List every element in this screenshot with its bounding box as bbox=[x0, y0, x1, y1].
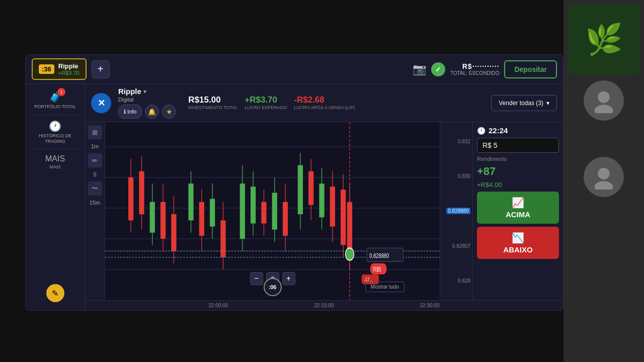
time-label-3: 22:30:00 bbox=[420, 303, 440, 308]
timeframe-5[interactable]: 5 bbox=[92, 170, 97, 178]
rendimento-profit: +R$4.00 bbox=[477, 181, 559, 189]
right-sidebar: 🌿 bbox=[564, 0, 644, 362]
svg-rect-30 bbox=[240, 184, 245, 239]
avatar-2 bbox=[584, 157, 624, 197]
right-trade-panel: 🕐 22:24 R$ 5 Rendimento +87 +R$4.00 📈 AC… bbox=[472, 122, 563, 300]
svg-rect-36 bbox=[272, 193, 277, 229]
time-value: 22:24 bbox=[489, 126, 508, 135]
sidebar-item-history[interactable]: 🕐 HISTÓRICO DE TRADING bbox=[26, 117, 85, 147]
svg-point-0 bbox=[598, 92, 609, 103]
add-tab-button[interactable]: + bbox=[92, 60, 110, 78]
sidebar-item-more[interactable]: MAIS MAIS bbox=[26, 151, 85, 172]
verified-badge: ✓ bbox=[431, 62, 445, 76]
sale-profit-label: LUCRO APÓS A VENDA (L/P) bbox=[294, 105, 355, 111]
svg-rect-16 bbox=[150, 202, 155, 233]
asset-logo: ✕ bbox=[91, 93, 111, 113]
time-label-1: 22:00:00 bbox=[209, 303, 228, 308]
asset-name: Ripple bbox=[118, 87, 141, 96]
more-label: MAIS bbox=[49, 164, 60, 169]
svg-text:R$5: R$5 bbox=[373, 265, 381, 273]
price-level-1: 0.832 bbox=[458, 139, 470, 144]
main-panel: :36 Ripple +R$3.70 + 📷 ✓ R$··········· T… bbox=[25, 54, 564, 311]
investment-value: R$15.00 bbox=[188, 95, 237, 105]
svg-rect-24 bbox=[199, 202, 204, 236]
svg-rect-32 bbox=[251, 187, 256, 223]
acima-icon: 📈 bbox=[512, 197, 524, 209]
svg-rect-40 bbox=[298, 165, 303, 214]
price-level-current: 0.828880 bbox=[446, 208, 470, 214]
stat-investment: R$15.00 INVESTIMENTO TOTAL bbox=[188, 95, 237, 111]
bell-button[interactable]: 🔔 bbox=[145, 105, 159, 119]
svg-rect-34 bbox=[261, 202, 266, 224]
chart-trade-area: ✕ Ripple ▾ Digital ℹ Info 🔔 ★ bbox=[85, 84, 563, 310]
plant-decoration: 🌿 bbox=[569, 4, 639, 74]
history-icon: 🕐 bbox=[49, 120, 61, 132]
info-button[interactable]: ℹ Info bbox=[118, 105, 142, 119]
timeframe-1m[interactable]: 1m bbox=[90, 142, 100, 150]
svg-rect-20 bbox=[171, 214, 176, 251]
rendimento-label: Rendimento bbox=[477, 156, 559, 162]
star-button[interactable]: ★ bbox=[162, 105, 176, 119]
header-bar: :36 Ripple +R$3.70 + 📷 ✓ R$··········· T… bbox=[26, 55, 563, 84]
price-levels: 0.832 0.830 0.828880 0.82807 0.828 bbox=[440, 122, 472, 300]
asset-info-bar: ✕ Ripple ▾ Digital ℹ Info 🔔 ★ bbox=[85, 84, 563, 122]
svg-text:0.828880: 0.828880 bbox=[369, 252, 389, 259]
price-level-2: 0.830 bbox=[458, 173, 470, 179]
investment-label: INVESTIMENTO TOTAL bbox=[188, 105, 237, 111]
pulse-button[interactable]: ✎ bbox=[46, 284, 64, 302]
info-icon: ℹ bbox=[124, 109, 126, 115]
tool-layers[interactable]: ⊞ bbox=[88, 125, 102, 139]
price-level-4: 0.828 bbox=[458, 278, 470, 284]
balance-label: TOTAL: ESCONDIDO bbox=[450, 70, 499, 76]
svg-point-1 bbox=[595, 105, 613, 113]
trade-amount[interactable]: R$ 5 bbox=[477, 138, 559, 153]
clock-icon: 🕐 bbox=[477, 127, 486, 135]
portfolio-badge: 1 bbox=[57, 88, 65, 96]
deposit-button[interactable]: Depositar bbox=[504, 60, 557, 78]
svg-rect-48 bbox=[341, 190, 346, 245]
asset-tab-name: Ripple bbox=[58, 62, 79, 70]
balance-area: R$··········· TOTAL: ESCONDIDO bbox=[450, 62, 499, 76]
stat-expected-profit: +R$3.70 LUCRO ESPERADO bbox=[245, 95, 287, 111]
left-sidebar: 🧳 1 PORTFÓLIO TOTAL 🕐 HISTÓRICO DE TRADI… bbox=[26, 84, 85, 310]
abaixo-icon: 📉 bbox=[512, 232, 524, 244]
svg-rect-22 bbox=[188, 184, 193, 220]
tool-wave[interactable]: 〜 bbox=[88, 182, 102, 196]
zoom-out-button[interactable]: − bbox=[250, 272, 263, 285]
svg-rect-26 bbox=[210, 199, 215, 227]
timer-badge: :36 bbox=[39, 64, 54, 74]
camera-button[interactable]: 📷 bbox=[413, 63, 426, 76]
history-label: HISTÓRICO DE TRADING bbox=[29, 133, 82, 144]
asset-tab[interactable]: :36 Ripple +R$3.70 bbox=[32, 58, 87, 80]
abaixo-button[interactable]: 📉 ABAIXO bbox=[477, 227, 559, 259]
sell-dropdown-icon: ▾ bbox=[546, 100, 549, 107]
svg-rect-28 bbox=[220, 220, 225, 257]
sidebar-item-portfolio[interactable]: 🧳 1 PORTFÓLIO TOTAL bbox=[26, 88, 85, 113]
zoom-in-button[interactable]: + bbox=[282, 272, 295, 285]
sale-profit-value: -R$2.68 bbox=[294, 95, 355, 105]
asset-dropdown-icon: ▾ bbox=[143, 88, 146, 95]
time-axis: 22:00:00 22:15:00 22:30:00 bbox=[85, 300, 563, 310]
sell-all-button[interactable]: Vender todas (3) ▾ bbox=[491, 95, 557, 111]
svg-point-3 bbox=[595, 181, 613, 190]
svg-point-2 bbox=[598, 168, 609, 179]
timeframe-15m[interactable]: 15m bbox=[89, 199, 101, 207]
svg-rect-18 bbox=[160, 202, 166, 239]
svg-rect-44 bbox=[319, 184, 324, 217]
rendimento-value: +87 bbox=[477, 165, 559, 178]
svg-rect-42 bbox=[308, 171, 313, 205]
chart-canvas-area: 0.828880 R$5 -17... − ⊕ + bbox=[105, 122, 440, 300]
svg-rect-12 bbox=[128, 177, 133, 220]
expected-profit-label: LUCRO ESPERADO bbox=[245, 105, 287, 111]
trade-time: 🕐 22:24 bbox=[477, 126, 559, 135]
tool-pencil[interactable]: ✏ bbox=[88, 153, 102, 167]
time-label-2: 22:15:00 bbox=[314, 303, 334, 308]
svg-point-53 bbox=[345, 248, 354, 260]
show-all-button[interactable]: Mostrar tudo bbox=[365, 282, 405, 292]
svg-rect-46 bbox=[330, 187, 335, 226]
chart-tools: ⊞ 1m ✏ 5 〜 15m bbox=[85, 122, 105, 300]
acima-button[interactable]: 📈 ACIMA bbox=[477, 192, 559, 224]
svg-rect-38 bbox=[283, 202, 288, 236]
expected-profit-value: +R$3.70 bbox=[245, 95, 287, 105]
more-icon: MAIS bbox=[45, 154, 65, 163]
